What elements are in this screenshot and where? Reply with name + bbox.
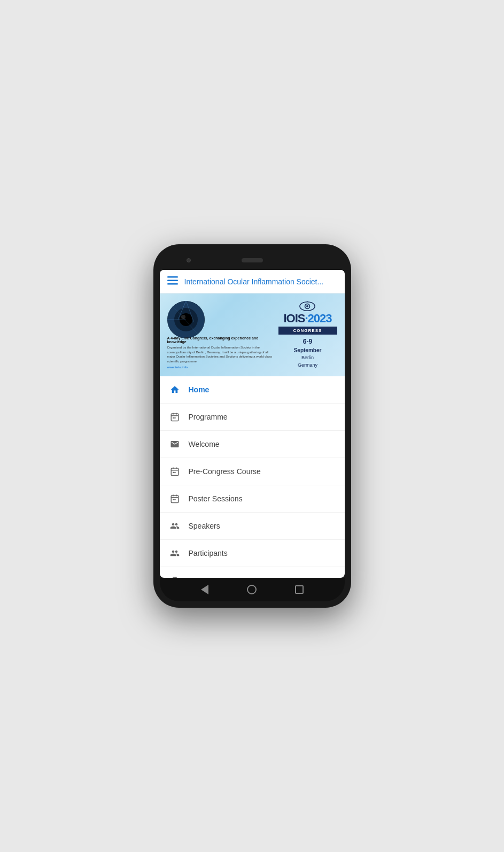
- menu-label-pre-congress-course: Pre-Congress Course: [189, 467, 261, 476]
- calendar-icon: [168, 465, 181, 478]
- eye-image: [167, 301, 205, 338]
- phone-frame: International Ocular Inflammation Societ…: [153, 244, 351, 608]
- menu-label-participants: Participants: [189, 549, 228, 557]
- menu-label-welcome: Welcome: [189, 440, 220, 448]
- menu-item-pre-congress-course[interactable]: Pre-Congress Course: [160, 458, 345, 485]
- speaker: [242, 258, 263, 262]
- menu-item-poster-sessions[interactable]: Poster Sessions: [160, 485, 345, 513]
- menu-item-programme[interactable]: Programme: [160, 404, 345, 431]
- banner-text-block: A 4-day Live Congress, exchanging experi…: [167, 336, 273, 369]
- svg-rect-33: [173, 499, 174, 500]
- people-icon: [168, 547, 181, 560]
- banner-city: Berlin: [294, 354, 322, 362]
- building-icon: [168, 574, 181, 578]
- menu-label-home: Home: [189, 385, 210, 394]
- date-range: 6-9: [294, 337, 322, 346]
- banner-country: Germany: [294, 362, 322, 369]
- android-nav-bar: [160, 578, 345, 601]
- congress-badge: CONGRESS: [278, 327, 337, 335]
- menu-item-speakers[interactable]: Speakers: [160, 513, 345, 540]
- menu-item-welcome[interactable]: Welcome: [160, 431, 345, 458]
- svg-rect-21: [173, 417, 174, 419]
- phone-screen: International Ocular Inflammation Societ…: [160, 270, 345, 578]
- menu-label-programme: Programme: [189, 413, 228, 421]
- menu-label-sponsors: Sponsors: [189, 576, 220, 578]
- android-back-button[interactable]: [199, 584, 211, 595]
- svg-point-13: [307, 305, 309, 307]
- banner-headline: A 4-day Live Congress, exchanging experi…: [167, 336, 273, 344]
- menu-item-participants[interactable]: Participants: [160, 540, 345, 567]
- svg-rect-1: [167, 280, 178, 282]
- menu-item-sponsors[interactable]: Sponsors: [160, 567, 345, 578]
- banner-right-section: IOIS·2023 CONGRESS 6-9 September Berlin …: [278, 301, 337, 369]
- eye-logo-icon: [299, 301, 316, 312]
- menu-item-home[interactable]: Home: [160, 376, 345, 404]
- calendar-icon: [168, 492, 181, 505]
- menu-label-speakers: Speakers: [189, 522, 220, 530]
- banner-left-section: A 4-day Live Congress, exchanging experi…: [167, 301, 278, 369]
- camera: [187, 258, 191, 262]
- iois-brand: IOIS: [283, 313, 305, 324]
- people-icon: [168, 520, 181, 532]
- conference-banner: A 4-day Live Congress, exchanging experi…: [160, 293, 345, 376]
- android-recents-button[interactable]: [293, 584, 305, 595]
- home-icon: [168, 383, 181, 396]
- calendar-icon: [168, 410, 181, 423]
- iois-logo: IOIS·2023: [283, 301, 331, 324]
- banner-month: September: [294, 346, 322, 354]
- svg-point-6: [181, 315, 185, 319]
- svg-rect-2: [167, 283, 178, 285]
- svg-rect-34: [174, 499, 175, 500]
- envelope-icon: [168, 438, 181, 451]
- banner-url[interactable]: www.iois.info: [167, 366, 273, 369]
- app-title: International Ocular Inflammation Societ…: [184, 277, 324, 286]
- banner-date: 6-9 September Berlin Germany: [294, 337, 322, 369]
- iois-year: ·2023: [305, 313, 331, 324]
- hamburger-menu-icon[interactable]: [167, 275, 178, 288]
- svg-rect-27: [173, 472, 174, 473]
- svg-rect-28: [174, 472, 175, 473]
- menu-label-poster-sessions: Poster Sessions: [189, 494, 243, 503]
- banner-description: Organised by the International Ocular In…: [167, 345, 273, 363]
- android-home-button[interactable]: [246, 584, 258, 595]
- phone-top-bar: [160, 251, 345, 270]
- svg-rect-22: [174, 417, 175, 419]
- top-navigation-bar: International Ocular Inflammation Societ…: [160, 270, 345, 293]
- svg-rect-0: [167, 276, 178, 278]
- navigation-menu: HomeProgrammeWelcomePre-Congress CourseP…: [160, 376, 345, 578]
